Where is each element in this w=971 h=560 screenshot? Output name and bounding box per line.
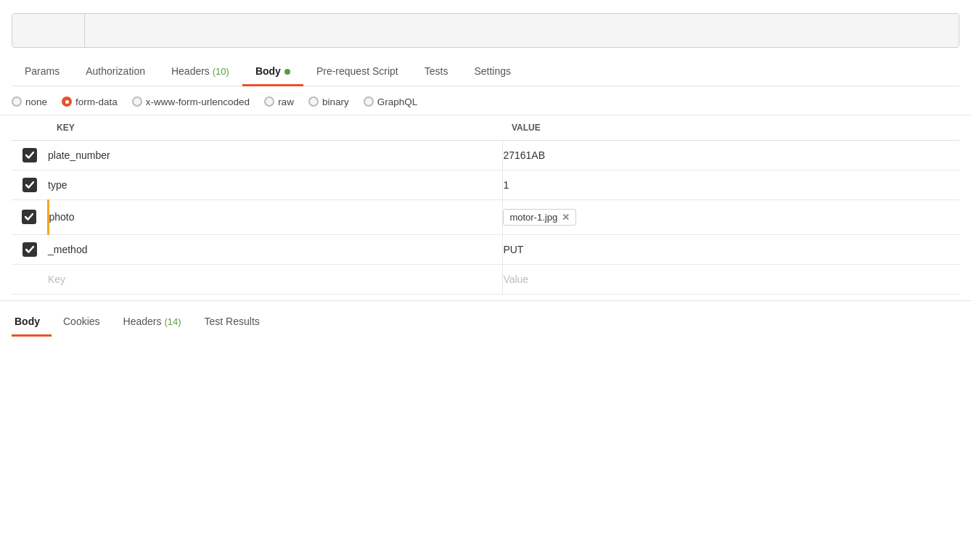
body-type-label-form-data: form-data <box>75 96 118 107</box>
tab-params[interactable]: Params <box>12 58 73 86</box>
remove-file-icon-3[interactable]: ✕ <box>562 212 570 223</box>
table-row-empty: Key Value <box>12 264 959 294</box>
radio-circle-none <box>12 96 22 107</box>
method-selector[interactable] <box>12 14 85 47</box>
body-type-binary[interactable]: binary <box>308 96 349 107</box>
key-value-4[interactable]: _method <box>48 235 502 264</box>
tab-dot-body <box>284 69 290 75</box>
checkbox-1[interactable] <box>22 148 37 162</box>
tab-settings[interactable]: Settings <box>461 58 524 86</box>
checkbox-cell-empty <box>12 264 48 294</box>
url-input[interactable] <box>85 25 959 36</box>
body-type-form-data[interactable]: form-data <box>62 96 118 107</box>
col-header-value: VALUE <box>503 115 959 141</box>
checkbox-cell-1 <box>12 140 48 170</box>
bottom-tabs-row: BodyCookiesHeaders (14)Test Results <box>0 300 971 337</box>
file-name-3: motor-1.jpg <box>509 212 557 223</box>
col-header-key: KEY <box>48 115 503 141</box>
key-cell-3: photo <box>48 199 503 234</box>
radio-circle-binary <box>308 96 319 107</box>
col-header-checkbox <box>12 115 48 141</box>
body-type-row: noneform-datax-www-form-urlencodedrawbin… <box>0 86 971 115</box>
body-type-label-binary: binary <box>322 96 349 107</box>
bottom-tab-headers[interactable]: Headers (14) <box>120 310 193 337</box>
key-placeholder-empty[interactable]: Key <box>48 265 502 294</box>
value-cell-empty: Value <box>503 264 959 294</box>
value-cell-1: 27161AB <box>503 140 959 170</box>
checkbox-cell-2 <box>12 170 48 199</box>
tabs-row: ParamsAuthorizationHeaders (10)BodyPre-r… <box>12 58 959 86</box>
tab-body[interactable]: Body <box>242 58 303 86</box>
table-row-1: plate_number27161AB <box>12 140 959 170</box>
file-badge-3: motor-1.jpg ✕ <box>503 209 576 226</box>
checkbox-cell-4 <box>12 234 48 264</box>
radio-circle-x-www-form-urlencoded <box>132 96 142 107</box>
form-data-table: KEY VALUE plate_number27161AB type1 phot… <box>12 115 959 295</box>
tab-tests[interactable]: Tests <box>411 58 462 86</box>
key-value-1[interactable]: plate_number <box>48 141 502 170</box>
tab-pre-request[interactable]: Pre-request Script <box>303 58 411 86</box>
value-content-2[interactable]: 1 <box>503 170 959 199</box>
body-type-raw[interactable]: raw <box>264 96 294 107</box>
checkbox-4[interactable] <box>22 242 37 257</box>
url-bar <box>12 13 959 48</box>
key-cell-1: plate_number <box>48 140 503 170</box>
table-row-4: _methodPUT <box>12 234 959 264</box>
value-content-1[interactable]: 27161AB <box>503 141 959 170</box>
key-value-2[interactable]: type <box>48 170 502 199</box>
body-type-graphql[interactable]: GraphQL <box>364 96 418 107</box>
key-cell-2: type <box>48 170 503 199</box>
bottom-tab-badge-headers: (14) <box>164 316 181 327</box>
key-cell-empty: Key <box>48 264 503 294</box>
checkbox-3[interactable] <box>22 210 36 224</box>
tab-authorization[interactable]: Authorization <box>73 58 158 86</box>
value-content-3: motor-1.jpg ✕ <box>503 200 959 234</box>
value-cell-3: motor-1.jpg ✕ <box>503 199 959 234</box>
tab-badge-headers: (10) <box>213 66 229 77</box>
checkbox-cell-3 <box>12 199 48 234</box>
tab-headers[interactable]: Headers (10) <box>158 58 242 86</box>
table-row-2: type1 <box>12 170 959 199</box>
body-type-label-raw: raw <box>278 96 294 107</box>
key-cell-4: _method <box>48 234 503 264</box>
table-row-3: photo motor-1.jpg ✕ <box>12 199 959 234</box>
body-type-label-x-www-form-urlencoded: x-www-form-urlencoded <box>146 96 250 107</box>
radio-circle-raw <box>264 96 274 107</box>
value-content-4[interactable]: PUT <box>503 235 959 264</box>
body-type-label-none: none <box>25 96 47 107</box>
bottom-tab-body[interactable]: Body <box>12 310 52 337</box>
value-cell-4: PUT <box>503 234 959 264</box>
radio-circle-form-data <box>62 96 72 107</box>
value-cell-2: 1 <box>503 170 959 199</box>
key-value-3[interactable]: photo <box>49 202 503 231</box>
body-type-none[interactable]: none <box>12 96 47 107</box>
bottom-tab-test-results[interactable]: Test Results <box>202 310 271 337</box>
value-placeholder-empty[interactable]: Value <box>503 265 959 294</box>
bottom-tab-cookies[interactable]: Cookies <box>60 310 112 337</box>
radio-circle-graphql <box>364 96 374 107</box>
checkbox-2[interactable] <box>22 178 37 192</box>
body-type-x-www-form-urlencoded[interactable]: x-www-form-urlencoded <box>132 96 250 107</box>
body-type-label-graphql: GraphQL <box>377 96 418 107</box>
